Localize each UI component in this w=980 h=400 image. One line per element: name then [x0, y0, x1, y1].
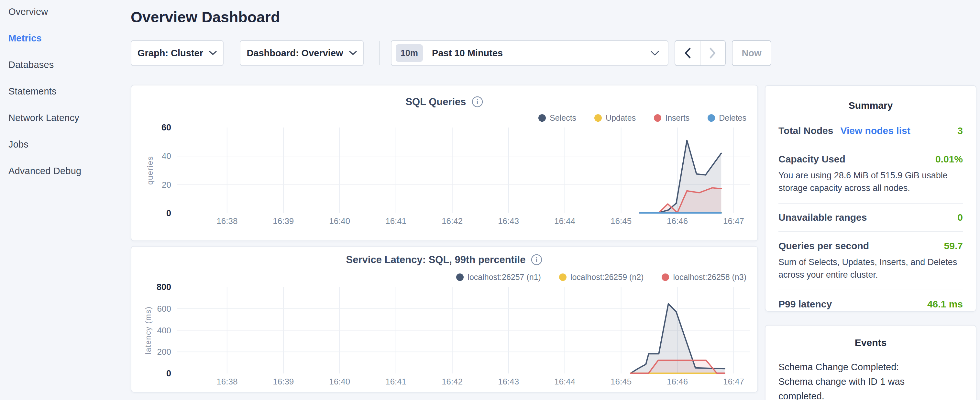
summary-label: Queries per second	[778, 241, 869, 252]
chevron-down-icon	[209, 51, 217, 55]
legend-dot-icon	[538, 114, 546, 122]
summary-row-total-nodes: Total Nodes View nodes list 3	[778, 125, 963, 136]
legend-item: Selects	[538, 113, 576, 123]
summary-value: 0	[957, 212, 963, 223]
legend-label: localhost:26259 (n2)	[570, 273, 644, 282]
time-window-arrows	[675, 40, 726, 66]
svg-text:16:46: 16:46	[667, 216, 688, 226]
sidebar-item-databases[interactable]: Databases	[0, 51, 127, 78]
svg-text:16:41: 16:41	[385, 216, 406, 226]
svg-text:16:44: 16:44	[554, 216, 575, 226]
summary-label: Total Nodes	[778, 125, 833, 136]
legend-label: localhost:26258 (n3)	[673, 273, 746, 282]
sidebar-item-jobs[interactable]: Jobs	[0, 131, 127, 158]
legend-label: Selects	[550, 113, 576, 123]
svg-text:16:42: 16:42	[442, 377, 463, 386]
divider	[778, 290, 963, 290]
svg-text:60: 60	[161, 123, 171, 132]
previous-time-window-button[interactable]	[675, 41, 700, 65]
svg-text:400: 400	[157, 325, 171, 335]
chevron-right-icon	[709, 47, 717, 59]
sidebar-item-network-latency[interactable]: Network Latency	[0, 105, 127, 131]
chart-title: SQL Queries i	[131, 96, 757, 108]
sidebar-item-statements[interactable]: Statements	[0, 78, 127, 105]
summary-label: P99 latency	[778, 299, 832, 310]
sql-queries-chart[interactable]: 16:3816:3916:4016:4116:4216:4316:4416:45…	[131, 85, 757, 241]
info-icon[interactable]: i	[531, 254, 542, 266]
svg-text:0: 0	[166, 209, 171, 218]
summary-label: Unavailable ranges	[778, 212, 867, 223]
summary-value: 46.1 ms	[927, 299, 963, 310]
next-time-window-button[interactable]	[700, 41, 725, 65]
divider	[778, 145, 963, 145]
svg-text:16:47: 16:47	[723, 216, 744, 226]
legend-label: Inserts	[665, 113, 689, 123]
legend-label: Updates	[606, 113, 636, 123]
svg-text:16:43: 16:43	[498, 216, 519, 226]
summary-value: 3	[957, 125, 963, 136]
sql-queries-chart-card: SQL Queries i SelectsUpdatesInsertsDelet…	[131, 85, 758, 241]
now-button[interactable]: Now	[732, 40, 771, 66]
sidebar-item-metrics[interactable]: Metrics	[0, 25, 127, 51]
svg-text:16:42: 16:42	[442, 216, 463, 226]
service-latency-chart-card: Service Latency: SQL, 99th percentile i …	[131, 246, 758, 392]
info-icon[interactable]: i	[471, 96, 484, 108]
legend-item: Updates	[594, 113, 636, 123]
svg-text:16:38: 16:38	[216, 216, 237, 226]
divider	[778, 231, 963, 232]
svg-text:0: 0	[166, 369, 171, 378]
chart-legend: localhost:26257 (n1)localhost:26259 (n2)…	[456, 273, 746, 282]
divider	[778, 203, 963, 204]
legend-item: localhost:26259 (n2)	[559, 273, 644, 282]
svg-text:16:45: 16:45	[611, 377, 632, 386]
events-title: Events	[778, 337, 963, 348]
legend-dot-icon	[559, 274, 566, 281]
svg-text:16:40: 16:40	[329, 216, 350, 226]
sidebar-item-overview[interactable]: Overview	[0, 0, 127, 25]
sidebar-item-advanced-debug[interactable]: Advanced Debug	[0, 158, 127, 184]
graph-scope-dropdown[interactable]: Graph: Cluster	[131, 40, 224, 66]
legend-label: Deletes	[719, 113, 746, 123]
summary-value: 0.01%	[935, 154, 963, 165]
time-range-label: Past 10 Minutes	[432, 48, 503, 59]
svg-text:16:39: 16:39	[273, 216, 294, 226]
svg-text:16:43: 16:43	[498, 377, 519, 386]
svg-text:20: 20	[162, 180, 171, 190]
svg-text:16:39: 16:39	[273, 377, 294, 386]
svg-text:16:40: 16:40	[329, 377, 350, 386]
summary-row-queries-per-second: Queries per second 59.7	[778, 241, 963, 252]
service-latency-chart[interactable]: 16:3816:3916:4016:4116:4216:4316:4416:45…	[131, 247, 757, 392]
event-item[interactable]: Schema Change Completed: Schema change w…	[778, 360, 963, 400]
legend-dot-icon	[654, 114, 661, 122]
legend-item: Inserts	[654, 113, 689, 123]
view-nodes-list-link[interactable]: View nodes list	[840, 125, 910, 136]
svg-text:600: 600	[157, 304, 171, 314]
time-range-picker[interactable]: 10m Past 10 Minutes	[391, 40, 668, 66]
dashboard-dropdown[interactable]: Dashboard: Overview	[240, 40, 364, 66]
chevron-left-icon	[684, 47, 691, 59]
events-panel: Events Schema Change Completed: Schema c…	[765, 325, 977, 400]
svg-text:800: 800	[157, 282, 171, 292]
summary-note: Sum of Selects, Updates, Inserts, and De…	[778, 256, 963, 281]
sidebar: Overview Metrics Databases Statements Ne…	[0, 0, 127, 184]
svg-text:40: 40	[162, 151, 171, 161]
time-range-badge: 10m	[396, 44, 423, 62]
svg-text:latency (ms): latency (ms)	[144, 306, 153, 354]
chart-legend: SelectsUpdatesInsertsDeletes	[538, 113, 746, 123]
svg-text:16:45: 16:45	[611, 216, 632, 226]
dashboard-dropdown-label: Dashboard: Overview	[247, 48, 343, 59]
legend-dot-icon	[708, 114, 715, 122]
svg-text:16:38: 16:38	[216, 377, 237, 386]
legend-item: Deletes	[708, 113, 746, 123]
chart-title: Service Latency: SQL, 99th percentile i	[131, 254, 757, 266]
legend-dot-icon	[594, 114, 602, 122]
summary-row-unavailable-ranges: Unavailable ranges 0	[778, 212, 963, 223]
graph-scope-dropdown-label: Graph: Cluster	[137, 48, 203, 59]
legend-label: localhost:26257 (n1)	[468, 273, 541, 282]
event-message: Schema Change Completed: Schema change w…	[778, 360, 934, 400]
svg-text:16:44: 16:44	[554, 377, 575, 386]
summary-value: 59.7	[944, 241, 963, 252]
legend-dot-icon	[662, 274, 669, 281]
svg-text:16:41: 16:41	[385, 377, 406, 386]
chart-title-text: SQL Queries	[406, 96, 466, 108]
